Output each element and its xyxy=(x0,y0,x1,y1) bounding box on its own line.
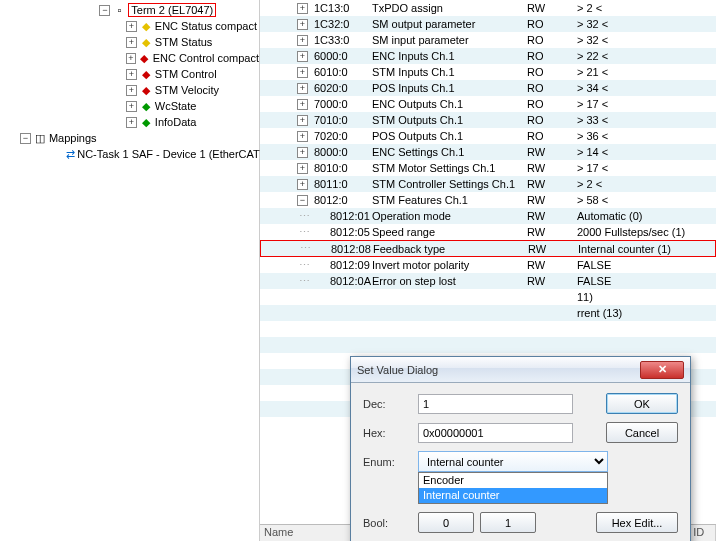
dec-label: Dec: xyxy=(363,398,418,410)
tree-item-label: NC-Task 1 SAF - Device 1 (EtherCAT) xyxy=(77,148,263,160)
mappings-icon: ◫ xyxy=(33,132,47,145)
cancel-button[interactable]: Cancel xyxy=(606,422,678,443)
name-cell: STM Motor Settings Ch.1 xyxy=(372,162,527,174)
tree-item-mappings[interactable]: −◫Mappings xyxy=(0,130,259,146)
tree-item[interactable]: +◆STM Control xyxy=(0,66,259,82)
grid-row[interactable]: +1C33:0SM input parameterRO> 32 < xyxy=(260,32,716,48)
expand-icon[interactable]: + xyxy=(297,115,308,126)
name-cell: STM Features Ch.1 xyxy=(372,194,527,206)
grid-row[interactable]: +6020:0POS Inputs Ch.1RO> 34 < xyxy=(260,80,716,96)
grid-row[interactable]: +6000:0ENC Inputs Ch.1RO> 22 < xyxy=(260,48,716,64)
value-cell: > 32 < xyxy=(577,34,716,46)
expand-icon[interactable]: + xyxy=(297,35,308,46)
value-cell: Automatic (0) xyxy=(577,210,716,222)
expand-icon[interactable]: + xyxy=(126,101,137,112)
enum-combo[interactable]: Internal counter Encoder Internal counte… xyxy=(418,451,608,472)
index-cell: 1C33:0 xyxy=(312,34,372,46)
grid-row[interactable]: +7000:0ENC Outputs Ch.1RO> 17 < xyxy=(260,96,716,112)
tree-item[interactable]: +◆STM Velocity xyxy=(0,82,259,98)
tree-item[interactable]: +◆ENC Status compact xyxy=(0,18,259,34)
expand-icon[interactable]: + xyxy=(297,163,308,174)
name-cell: SM input parameter xyxy=(372,34,527,46)
expand-icon[interactable]: + xyxy=(297,147,308,158)
expand-icon[interactable]: + xyxy=(126,69,137,80)
enum-dropdown-list: Encoder Internal counter xyxy=(418,472,608,504)
tree-item[interactable]: +◆WcState xyxy=(0,98,259,114)
control-icon: ◆ xyxy=(138,52,151,65)
grid-row[interactable]: +6010:0STM Inputs Ch.1RO> 21 < xyxy=(260,64,716,80)
name-cell: POS Outputs Ch.1 xyxy=(372,130,527,142)
expand-icon[interactable]: + xyxy=(126,37,137,48)
expand-icon[interactable]: + xyxy=(126,117,137,128)
dialog-titlebar[interactable]: Set Value Dialog ✕ xyxy=(351,357,690,383)
tree-item[interactable]: +◆ENC Control compact xyxy=(0,50,259,66)
collapse-icon[interactable]: − xyxy=(297,195,308,206)
name-cell: ENC Outputs Ch.1 xyxy=(372,98,527,110)
collapse-icon[interactable]: − xyxy=(20,133,31,144)
expand-icon[interactable]: + xyxy=(297,51,308,62)
grid-row[interactable]: +8011:0STM Controller Settings Ch.1RW> 2… xyxy=(260,176,716,192)
bool-label: Bool: xyxy=(363,517,418,529)
expand-icon[interactable]: + xyxy=(297,67,308,78)
flags-cell: RW xyxy=(527,178,577,190)
expand-icon[interactable]: + xyxy=(297,19,308,30)
value-cell: > 58 < xyxy=(577,194,716,206)
tree-item[interactable]: +◆STM Status xyxy=(0,34,259,50)
value-cell: > 21 < xyxy=(577,66,716,78)
expand-icon[interactable]: + xyxy=(297,83,308,94)
grid-row[interactable]: +7010:0STM Outputs Ch.1RO> 33 < xyxy=(260,112,716,128)
expand-icon[interactable]: + xyxy=(126,53,136,64)
grid-row[interactable]: +1C13:0TxPDO assignRW> 2 < xyxy=(260,0,716,16)
grid-row[interactable]: ⋯8012:08Feedback typeRWInternal counter … xyxy=(260,240,716,257)
expand-icon[interactable]: + xyxy=(297,99,308,110)
value-cell: > 22 < xyxy=(577,50,716,62)
name-cell: STM Inputs Ch.1 xyxy=(372,66,527,78)
status-icon: ◆ xyxy=(139,36,153,49)
hex-input[interactable] xyxy=(418,423,573,443)
grid-row[interactable]: +8000:0ENC Settings Ch.1RW> 14 < xyxy=(260,144,716,160)
flags-cell: RO xyxy=(527,34,577,46)
collapse-icon[interactable]: − xyxy=(99,5,110,16)
grid-row[interactable]: rrent (13) xyxy=(260,305,716,321)
grid-row[interactable] xyxy=(260,321,716,337)
bool-1-button[interactable]: 1 xyxy=(480,512,536,533)
grid-row[interactable]: ⋯8012:0AError on step lostRWFALSE xyxy=(260,273,716,289)
tree-item[interactable]: +◆InfoData xyxy=(0,114,259,130)
grid-row[interactable]: ⋯8012:01Operation modeRWAutomatic (0) xyxy=(260,208,716,224)
ok-button[interactable]: OK xyxy=(606,393,678,414)
value-cell: Internal counter (1) xyxy=(578,243,715,255)
expand-icon[interactable]: + xyxy=(126,21,137,32)
set-value-dialog: Set Value Dialog ✕ Dec: OK Hex: Cancel E… xyxy=(350,356,691,541)
index-cell: 8012:09 xyxy=(312,259,372,271)
close-button[interactable]: ✕ xyxy=(640,361,684,379)
dec-input[interactable] xyxy=(418,394,573,414)
tree-item-nctask[interactable]: ⇄NC-Task 1 SAF - Device 1 (EtherCAT) xyxy=(0,146,259,162)
grid-row[interactable]: ⋯8012:09Invert motor polarityRWFALSE xyxy=(260,257,716,273)
tree-item-term[interactable]: − ▫ Term 2 (EL7047) xyxy=(0,2,259,18)
grid-row[interactable]: +7020:0POS Outputs Ch.1RO> 36 < xyxy=(260,128,716,144)
grid-row[interactable]: 11) xyxy=(260,289,716,305)
bool-0-button[interactable]: 0 xyxy=(418,512,474,533)
tree-item-label: InfoData xyxy=(155,116,197,128)
index-cell: 8012:0A xyxy=(312,275,372,287)
name-cell: Invert motor polarity xyxy=(372,259,527,271)
expand-icon[interactable]: + xyxy=(297,131,308,142)
value-cell: > 33 < xyxy=(577,114,716,126)
grid-row[interactable]: ⋯8012:05Speed rangeRW2000 Fullsteps/sec … xyxy=(260,224,716,240)
hex-edit-button[interactable]: Hex Edit... xyxy=(596,512,678,533)
link-icon: ⇄ xyxy=(66,148,75,161)
enum-option-internal-counter[interactable]: Internal counter xyxy=(419,488,607,503)
enum-select[interactable]: Internal counter xyxy=(418,451,608,472)
flags-cell: RW xyxy=(527,210,577,222)
expand-icon[interactable]: + xyxy=(297,3,308,14)
expand-icon[interactable]: + xyxy=(126,85,137,96)
enum-option-encoder[interactable]: Encoder xyxy=(419,473,607,488)
expand-icon[interactable]: + xyxy=(297,179,308,190)
flags-cell: RW xyxy=(527,162,577,174)
name-cell: SM output parameter xyxy=(372,18,527,30)
grid-row[interactable]: −8012:0STM Features Ch.1RW> 58 < xyxy=(260,192,716,208)
tree-item-label: Mappings xyxy=(49,132,97,144)
grid-row[interactable] xyxy=(260,337,716,353)
grid-row[interactable]: +8010:0STM Motor Settings Ch.1RW> 17 < xyxy=(260,160,716,176)
grid-row[interactable]: +1C32:0SM output parameterRO> 32 < xyxy=(260,16,716,32)
